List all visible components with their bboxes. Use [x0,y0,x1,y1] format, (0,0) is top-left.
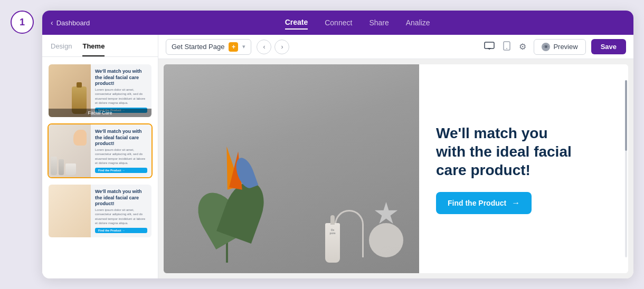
step-badge: 1 [11,11,34,34]
preview-icon: 👁 [542,43,550,51]
prev-arrow-button[interactable]: ‹ [257,40,271,54]
scrollbar-track[interactable] [625,80,627,257]
settings-button[interactable]: ⚙ [517,40,528,54]
theme-card-1[interactable]: We'll match you with the ideal facial ca… [48,63,153,118]
tab-design[interactable]: Design [51,42,72,56]
hero-image-section: Oxpore [164,64,419,273]
geo-shapes-group [335,205,403,257]
mini-bottle [51,157,57,175]
nav-item-share[interactable]: Share [369,16,389,29]
hero-text-content: We'll match you with the ideal facial ca… [436,124,573,214]
hero-headline: We'll match you with the ideal facial ca… [436,124,573,179]
scrollbar-thumb [625,80,627,151]
page-selector[interactable]: Get Started Page + ▾ [166,39,251,55]
back-label: Dashboard [56,19,90,27]
theme-card-1-title: We'll match you with the ideal facial ca… [95,69,147,87]
tab-theme[interactable]: Theme [82,42,105,56]
mini-dropper [59,159,64,175]
mini-hand [73,130,87,146]
theme-card-2-text: Lorem ipsum dolor sit amet, consectetur … [95,148,147,166]
content-area: Design Theme We'll match you with the id… [42,35,633,278]
nav-item-connect[interactable]: Connect [325,16,352,29]
hero-text-section: We'll match you with the ideal facial ca… [419,64,628,273]
desktop-view-button[interactable] [482,40,497,54]
svg-point-4 [506,48,507,49]
theme-card-2-content: We'll match you with the ideal facial ca… [91,124,151,177]
theme-card-2[interactable]: We'll match you with the ideal facial ca… [48,123,153,178]
theme-card-1-text: Lorem ipsum dolor sit amet, consectetur … [95,88,147,105]
nav-arrows: ‹ › [257,40,289,54]
step-number: 1 [20,17,25,28]
editor-canvas: Oxpore We'll match you with the ideal fa… [164,64,628,273]
next-arrow-button[interactable]: › [274,40,289,54]
hero-cta-label: Find the Product [448,199,506,207]
mobile-view-button[interactable] [501,39,513,55]
card2-products [51,157,89,175]
back-button[interactable]: ‹ Dashboard [51,18,90,27]
theme-card-2-image [49,124,91,177]
preview-button[interactable]: 👁 Preview [534,39,585,55]
save-label: Save [601,43,617,51]
sidebar-tabs: Design Theme [42,35,158,57]
star-shape [374,202,398,226]
theme-card-3-btn: Find the Product → [95,228,147,233]
hero-plant [195,168,259,263]
theme-card-3-text: Lorem ipsum dolor sit amet, consectetur … [95,208,147,226]
hero-cta-button[interactable]: Find the Product → [436,192,532,214]
mini-jar [65,163,76,175]
nav-item-analize[interactable]: Analize [406,16,430,29]
sidebar: Design Theme We'll match you with the id… [42,35,158,278]
hero-cta-arrow-icon: → [512,198,520,208]
svg-rect-0 [485,42,494,49]
add-page-icon: + [229,42,238,52]
chevron-down-icon: ▾ [242,43,245,50]
circle-disc [369,223,403,257]
nav-item-create[interactable]: Create [285,16,308,30]
theme-card-2-title: We'll match you with the ideal facial ca… [95,129,147,147]
top-nav: ‹ Dashboard Create Connect Share Analize [42,11,633,35]
main-window: ‹ Dashboard Create Connect Share Analize… [42,11,633,278]
theme-list: We'll match you with the ideal facial ca… [42,57,158,278]
editor-main: Get Started Page + ▾ ‹ › ⚙ [158,35,633,278]
theme-card-2-btn: Find the Product → [95,168,147,173]
theme-card-3-title: We'll match you with the ideal facial ca… [95,189,147,207]
view-icons: ⚙ [482,39,528,55]
editor-toolbar: Get Started Page + ▾ ‹ › ⚙ [158,35,633,59]
theme-card-3[interactable]: We'll match you with the ideal facial ca… [48,184,153,238]
back-icon: ‹ [51,18,53,27]
preview-label: Preview [553,43,577,51]
theme-card-1-label: Facial Care [49,109,151,117]
page-label: Get Started Page [172,43,224,51]
save-button[interactable]: Save [591,39,626,54]
theme-card-3-image [49,185,91,237]
nav-center: Create Connect Share Analize [90,16,625,30]
theme-card-3-content: We'll match you with the ideal facial ca… [91,185,151,237]
hero-dropper: Oxpore [325,223,340,263]
